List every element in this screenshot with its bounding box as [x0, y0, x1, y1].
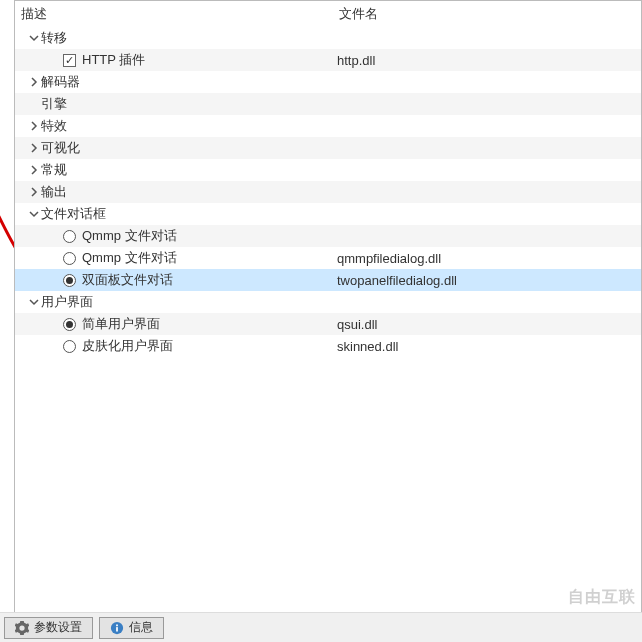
- cell-description: 简单用户界面: [15, 313, 333, 335]
- tree-row[interactable]: HTTP 插件http.dll: [15, 49, 641, 71]
- chevron-right-icon[interactable]: [27, 141, 41, 155]
- radio[interactable]: [63, 252, 76, 265]
- row-label: Qmmp 文件对话: [82, 249, 177, 267]
- cell-filename: http.dll: [333, 53, 641, 68]
- row-label: 输出: [41, 183, 67, 201]
- radio[interactable]: [63, 274, 76, 287]
- bottom-toolbar: 参数设置 信息: [0, 612, 642, 642]
- tree-row[interactable]: 输出: [15, 181, 641, 203]
- row-label: 常规: [41, 161, 67, 179]
- cell-filename: skinned.dll: [333, 339, 641, 354]
- info-button[interactable]: 信息: [99, 617, 164, 639]
- row-label: 转移: [41, 29, 67, 47]
- row-label: 引擎: [41, 95, 67, 113]
- cell-description: 用户界面: [15, 291, 333, 313]
- tree-row[interactable]: 常规: [15, 159, 641, 181]
- cell-description: 特效: [15, 115, 333, 137]
- cell-description: 解码器: [15, 71, 333, 93]
- plugins-panel: 描述 文件名 转移HTTP 插件http.dll解码器引擎特效可视化常规输出文件…: [14, 0, 642, 642]
- cell-description: Qmmp 文件对话: [15, 247, 333, 269]
- row-label: 皮肤化用户界面: [82, 337, 173, 355]
- info-icon: [110, 621, 124, 635]
- radio[interactable]: [63, 318, 76, 331]
- tree-row[interactable]: 用户界面: [15, 291, 641, 313]
- checkbox[interactable]: [63, 54, 76, 67]
- table-header: 描述 文件名: [15, 1, 641, 27]
- gear-icon: [15, 621, 29, 635]
- tree-row[interactable]: 解码器: [15, 71, 641, 93]
- cell-description: 转移: [15, 27, 333, 49]
- tree-row[interactable]: 引擎: [15, 93, 641, 115]
- row-label: 用户界面: [41, 293, 93, 311]
- radio[interactable]: [63, 340, 76, 353]
- row-label: 解码器: [41, 73, 80, 91]
- tree-row[interactable]: 转移: [15, 27, 641, 49]
- row-label: 简单用户界面: [82, 315, 160, 333]
- tree-row[interactable]: 特效: [15, 115, 641, 137]
- chevron-down-icon[interactable]: [27, 295, 41, 309]
- chevron-down-icon[interactable]: [27, 31, 41, 45]
- row-label: Qmmp 文件对话: [82, 227, 177, 245]
- tree-row[interactable]: 可视化: [15, 137, 641, 159]
- cell-filename: qsui.dll: [333, 317, 641, 332]
- tree-row[interactable]: 双面板文件对话twopanelfiledialog.dll: [15, 269, 641, 291]
- svg-rect-2: [116, 624, 118, 626]
- column-filename[interactable]: 文件名: [333, 1, 641, 27]
- cell-description: 可视化: [15, 137, 333, 159]
- cell-description: 文件对话框: [15, 203, 333, 225]
- chevron-right-icon[interactable]: [27, 185, 41, 199]
- tree-row[interactable]: Qmmp 文件对话qmmpfiledialog.dll: [15, 247, 641, 269]
- cell-description: 输出: [15, 181, 333, 203]
- tree-row[interactable]: 简单用户界面qsui.dll: [15, 313, 641, 335]
- row-label: 双面板文件对话: [82, 271, 173, 289]
- chevron-down-icon[interactable]: [27, 207, 41, 221]
- cell-description: 引擎: [15, 93, 333, 115]
- svg-rect-1: [116, 627, 118, 631]
- cell-filename: twopanelfiledialog.dll: [333, 273, 641, 288]
- tree-row[interactable]: 文件对话框: [15, 203, 641, 225]
- info-button-label: 信息: [129, 619, 153, 636]
- settings-button-label: 参数设置: [34, 619, 82, 636]
- cell-description: 双面板文件对话: [15, 269, 333, 291]
- chevron-right-icon[interactable]: [27, 75, 41, 89]
- settings-button[interactable]: 参数设置: [4, 617, 93, 639]
- cell-filename: qmmpfiledialog.dll: [333, 251, 641, 266]
- watermark-text: 自由互联: [568, 587, 636, 608]
- cell-description: 皮肤化用户界面: [15, 335, 333, 357]
- tree-row[interactable]: Qmmp 文件对话: [15, 225, 641, 247]
- row-label: 特效: [41, 117, 67, 135]
- chevron-right-icon[interactable]: [27, 163, 41, 177]
- tree-row[interactable]: 皮肤化用户界面skinned.dll: [15, 335, 641, 357]
- plugins-tree[interactable]: 转移HTTP 插件http.dll解码器引擎特效可视化常规输出文件对话框Qmmp…: [15, 27, 641, 641]
- cell-description: 常规: [15, 159, 333, 181]
- row-label: HTTP 插件: [82, 51, 145, 69]
- cell-description: Qmmp 文件对话: [15, 225, 333, 247]
- row-label: 文件对话框: [41, 205, 106, 223]
- column-description[interactable]: 描述: [15, 1, 333, 27]
- radio[interactable]: [63, 230, 76, 243]
- cell-description: HTTP 插件: [15, 49, 333, 71]
- chevron-right-icon[interactable]: [27, 119, 41, 133]
- row-label: 可视化: [41, 139, 80, 157]
